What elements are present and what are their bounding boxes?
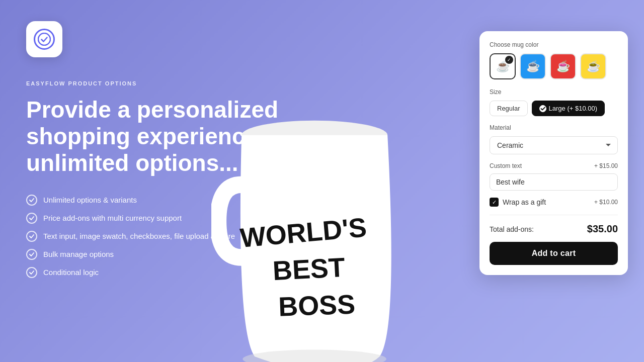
color-section: Choose mug color ☕ ✓ ☕ ☕ ☕ xyxy=(490,41,618,79)
custom-text-label: Custom text xyxy=(490,162,522,169)
size-section: Size Regular Large (+ $10.00) xyxy=(490,88,618,116)
mug-icon-red: ☕ xyxy=(556,60,570,73)
check-icon xyxy=(26,249,37,260)
add-to-cart-button[interactable]: Add to cart xyxy=(490,242,618,265)
swatch-red[interactable]: ☕ xyxy=(550,53,576,79)
custom-text-header: Custom text + $15.00 xyxy=(490,162,618,169)
swatch-white[interactable]: ☕ ✓ xyxy=(490,53,516,79)
gift-left: ✓ Wrap as a gift xyxy=(490,198,546,207)
check-icon xyxy=(26,195,37,206)
svg-point-0 xyxy=(38,33,50,45)
mug-image: WORLD'S BEST BOSS xyxy=(211,80,413,362)
svg-text:BOSS: BOSS xyxy=(278,289,356,321)
custom-text-section: Custom text + $15.00 xyxy=(490,162,618,191)
size-large-button[interactable]: Large (+ $10.00) xyxy=(532,101,605,116)
color-swatches: ☕ ✓ ☕ ☕ ☕ xyxy=(490,53,618,79)
svg-point-6 xyxy=(539,105,546,112)
custom-text-price: + $15.00 xyxy=(594,162,618,169)
svg-text:BEST: BEST xyxy=(272,252,346,286)
gift-section: ✓ Wrap as a gift + $10.00 xyxy=(490,198,618,215)
check-icon xyxy=(26,231,37,242)
size-buttons: Regular Large (+ $10.00) xyxy=(490,101,618,116)
swatch-selected-check: ✓ xyxy=(505,56,513,64)
total-section: Total add-ons: $35.00 xyxy=(490,223,618,235)
logo-check-icon xyxy=(34,29,55,50)
logo-container xyxy=(26,21,62,57)
material-label: Material xyxy=(490,124,618,131)
mug-icon-yellow: ☕ xyxy=(587,60,600,73)
size-regular-button[interactable]: Regular xyxy=(490,101,528,116)
gift-checkbox[interactable]: ✓ xyxy=(490,198,499,207)
custom-text-input[interactable] xyxy=(490,173,618,191)
size-check-icon xyxy=(539,105,546,112)
total-price: $35.00 xyxy=(587,223,618,235)
size-label: Size xyxy=(490,88,618,96)
swatch-yellow[interactable]: ☕ xyxy=(580,53,606,79)
check-icon xyxy=(26,213,37,224)
total-label: Total add-ons: xyxy=(490,225,534,233)
gift-price: + $10.00 xyxy=(594,199,618,206)
material-section: Material Ceramic Glass Plastic xyxy=(490,124,618,154)
logo-box xyxy=(26,21,62,57)
product-card: Choose mug color ☕ ✓ ☕ ☕ ☕ Size Regular … xyxy=(479,31,628,275)
gift-label: Wrap as a gift xyxy=(503,198,546,206)
check-icon xyxy=(26,267,37,278)
swatch-blue[interactable]: ☕ xyxy=(520,53,546,79)
color-label: Choose mug color xyxy=(490,41,618,48)
material-select[interactable]: Ceramic Glass Plastic xyxy=(490,136,618,154)
mug-icon-blue: ☕ xyxy=(526,60,540,73)
